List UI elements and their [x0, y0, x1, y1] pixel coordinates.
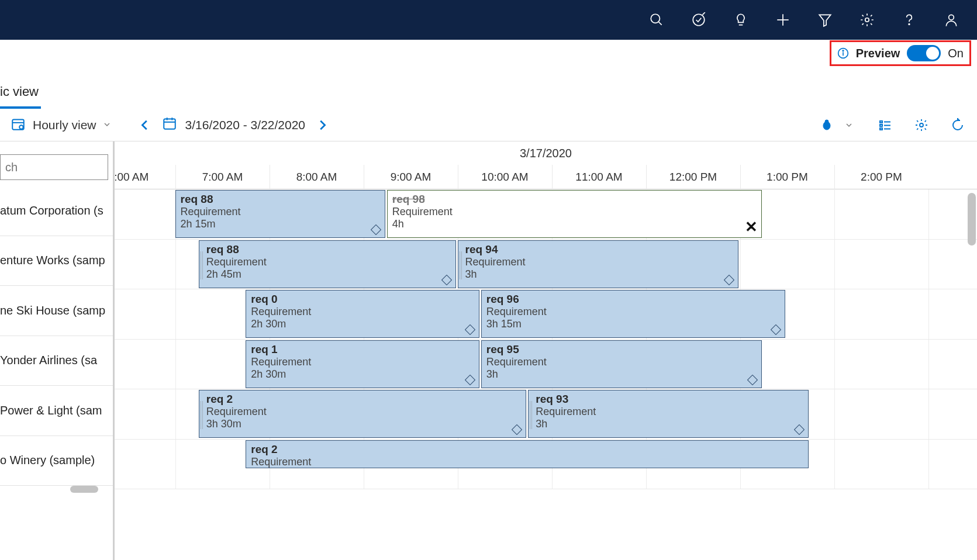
resource-row[interactable]: enture Works (samp — [0, 236, 113, 286]
booking-duration: 3h — [465, 268, 733, 281]
resource-row[interactable]: ne Ski House (samp — [0, 286, 113, 336]
preview-toggle-label: Preview — [856, 47, 900, 60]
resource-row[interactable]: Power & Light (sam — [0, 386, 113, 436]
svg-rect-38 — [795, 425, 805, 435]
filter-icon[interactable] — [816, 11, 834, 29]
time-column-header: 7:00 AM — [175, 165, 270, 189]
booking-subtitle: Requirement — [392, 206, 757, 218]
date-range-text: 3/16/2020 - 3/22/2020 — [185, 118, 306, 132]
list-icon[interactable] — [876, 116, 894, 134]
booking-subtitle: Requirement — [206, 256, 451, 268]
booking[interactable]: req 93Requirement3h — [528, 390, 809, 438]
drag-grip-icon[interactable] — [201, 251, 204, 279]
booking-status-icon — [465, 324, 477, 336]
time-column-header: 9:00 AM — [364, 165, 458, 189]
bug-chevron-down-icon[interactable] — [840, 116, 858, 134]
gear-icon[interactable] — [858, 11, 876, 29]
svg-point-29 — [920, 123, 923, 127]
schedule-toolbar: Hourly view 3/16/2020 - 3/22/2020 — [0, 109, 977, 141]
task-check-icon[interactable] — [689, 11, 708, 29]
booking-cancelled[interactable]: req 98Requirement4h✕ — [387, 190, 762, 238]
booking-title: req 88 — [181, 193, 380, 206]
grid-row[interactable]: req 1Requirement2h 30mreq 95Requirement3… — [115, 340, 977, 390]
schedule-grid[interactable]: 3/17/2020 6:00 AM7:00 AM8:00 AM9:00 AM10… — [115, 141, 977, 560]
add-icon[interactable] — [774, 11, 792, 29]
booking-status-icon — [747, 375, 759, 386]
booking[interactable]: req 88Requirement2h 15m — [175, 190, 385, 238]
preview-toggle-box: Preview On — [830, 40, 971, 66]
time-column-header: 6:00 AM — [115, 165, 175, 189]
booking[interactable]: req 88Requirement2h 45m — [199, 240, 456, 288]
booking-title: req 2 — [206, 393, 522, 406]
resource-row[interactable]: Yonder Airlines (sa — [0, 336, 113, 386]
booking-title: req 98 — [392, 193, 757, 206]
booking[interactable]: req 0Requirement2h 30m — [246, 290, 479, 338]
booking-status-icon — [371, 224, 382, 236]
prev-week-button[interactable] — [135, 115, 155, 135]
resource-row[interactable]: o Winery (sample) — [0, 436, 113, 486]
booking-duration: 2h 15m — [181, 218, 380, 230]
svg-rect-30 — [371, 225, 381, 235]
drag-grip-icon[interactable] — [201, 401, 204, 429]
svg-rect-17 — [164, 119, 175, 129]
svg-rect-31 — [441, 275, 451, 285]
search-input[interactable] — [5, 161, 103, 174]
resource-row[interactable]: atum Corporation (s — [0, 186, 113, 236]
refresh-icon[interactable] — [949, 116, 966, 134]
grid-row[interactable]: req 2Requirement — [115, 440, 977, 490]
view-mode-dropdown[interactable]: Hourly view — [33, 118, 112, 132]
booking[interactable]: req 2Requirement3h 30m — [199, 390, 527, 438]
booking[interactable]: req 96Requirement3h 15m — [481, 290, 785, 338]
booking-duration: 3h — [536, 418, 803, 430]
booking-subtitle: Requirement — [251, 356, 474, 368]
booking[interactable]: req 94Requirement3h — [458, 240, 738, 288]
svg-point-8 — [865, 18, 869, 22]
drag-grip-icon[interactable] — [460, 251, 463, 279]
board-gear-icon[interactable] — [913, 116, 930, 134]
tab-active[interactable]: ic view — [0, 84, 41, 109]
info-icon[interactable] — [837, 47, 849, 59]
time-column-header: 12:00 PM — [646, 165, 740, 189]
preview-toggle[interactable] — [907, 45, 941, 61]
booking-duration: 3h — [486, 368, 757, 381]
svg-line-3 — [703, 12, 705, 15]
drag-grip-icon[interactable] — [530, 401, 533, 429]
booking-title: req 88 — [206, 243, 451, 256]
svg-rect-33 — [465, 325, 475, 335]
booking-duration: 3h 30m — [206, 418, 522, 430]
booking-subtitle: Requirement — [181, 206, 380, 218]
booking-subtitle: Requirement — [536, 406, 803, 418]
svg-rect-35 — [465, 375, 475, 385]
time-column-header: 10:00 AM — [458, 165, 552, 189]
bug-icon[interactable] — [818, 116, 836, 134]
booking-subtitle: Requirement — [251, 456, 803, 468]
booking-title: req 95 — [486, 343, 757, 356]
svg-rect-34 — [771, 325, 781, 335]
svg-rect-14 — [12, 119, 24, 129]
preview-toggle-row: Preview On — [0, 40, 977, 67]
resource-search[interactable] — [0, 154, 108, 180]
booking[interactable]: req 1Requirement2h 30m — [246, 340, 479, 388]
schedule-wrap: atum Corporation (senture Works (sampne … — [0, 141, 977, 560]
grid-row[interactable]: req 2Requirement3h 30mreq 93Requirement3… — [115, 389, 977, 440]
booking[interactable]: req 95Requirement3h — [481, 340, 762, 388]
account-icon[interactable] — [942, 11, 961, 29]
booking-status-icon — [512, 424, 523, 436]
next-week-button[interactable] — [312, 115, 332, 135]
date-header: 3/17/2020 — [115, 141, 977, 165]
grid-row[interactable]: req 88Requirement2h 45mreq 94Requirement… — [115, 240, 977, 290]
time-column-header: 1:00 PM — [740, 165, 834, 189]
grid-row[interactable]: req 0Requirement2h 30mreq 96Requirement3… — [115, 289, 977, 340]
h-scrollbar[interactable] — [70, 486, 98, 493]
svg-line-1 — [658, 22, 661, 25]
search-icon[interactable] — [647, 11, 666, 29]
v-scrollbar[interactable] — [968, 193, 976, 246]
grid-row[interactable]: req 88Requirement2h 15mreq 98Requirement… — [115, 189, 977, 240]
date-range[interactable]: 3/16/2020 - 3/22/2020 — [162, 116, 306, 134]
booking-subtitle: Requirement — [486, 306, 780, 318]
help-icon[interactable] — [900, 11, 919, 29]
resource-panel: atum Corporation (senture Works (sampne … — [0, 141, 115, 560]
booking[interactable]: req 2Requirement — [246, 440, 809, 468]
cancel-x-icon: ✕ — [745, 218, 758, 236]
lightbulb-icon[interactable] — [731, 11, 750, 29]
